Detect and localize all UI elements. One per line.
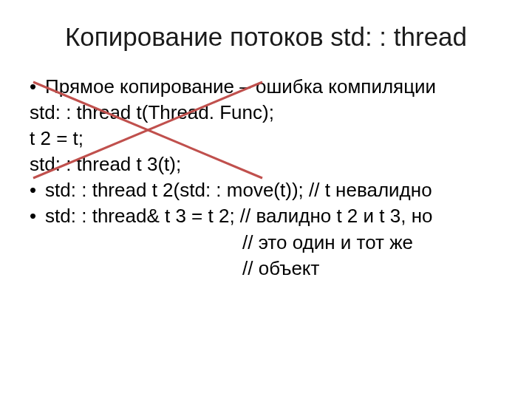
bullet-icon: • <box>30 203 36 229</box>
code-line-3: std: : thread t 3(t); <box>30 151 502 177</box>
bullet-item-1: • Прямое копирование – ошибка компиляции <box>30 74 502 100</box>
bullet-item-3: • std: : thread& t 3 = t 2; // валидно t… <box>30 203 502 229</box>
bullet-icon: • <box>30 177 36 203</box>
bullet-text-3: std: : thread& t 3 = t 2; // валидно t 2… <box>45 203 432 229</box>
bullet-text-1: Прямое копирование – ошибка компиляции <box>45 74 436 100</box>
slide-content: • Прямое копирование – ошибка компиляции… <box>30 74 502 282</box>
code-line-1: std: : thread t(Thread. Func); <box>30 100 502 126</box>
slide-title: Копирование потоков std: : thread <box>30 22 502 52</box>
code-line-2: t 2 = t; <box>30 126 502 151</box>
crossed-code-block: std: : thread t(Thread. Func); t 2 = t; … <box>30 100 502 177</box>
comment-line-2: // объект <box>30 256 502 282</box>
bullet-icon: • <box>30 74 36 100</box>
bullet-item-2: • std: : thread t 2(std: : move(t)); // … <box>30 177 502 203</box>
bullet-text-2: std: : thread t 2(std: : move(t)); // t … <box>45 177 432 203</box>
comment-line-1: // это один и тот же <box>30 230 502 256</box>
